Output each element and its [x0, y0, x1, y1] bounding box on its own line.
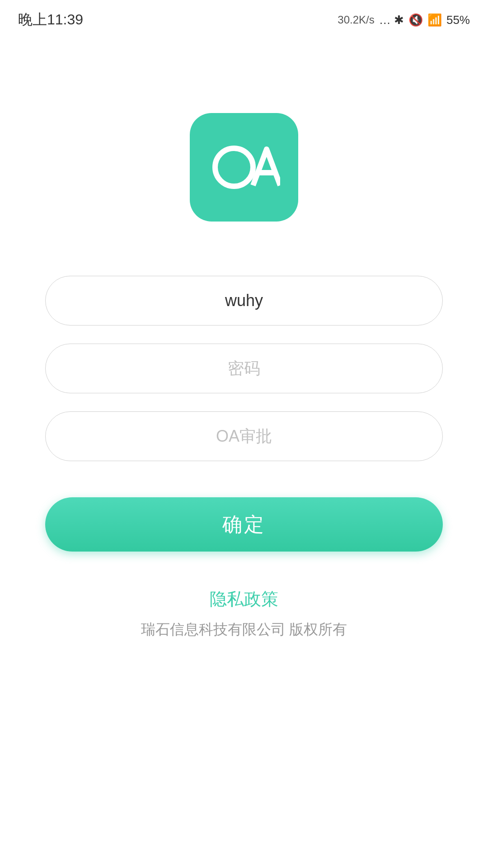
password-input[interactable] [45, 344, 443, 393]
status-time: 晚上11:39 [18, 10, 83, 30]
login-form [45, 276, 443, 461]
battery-indicator: 55% [446, 13, 470, 27]
confirm-button[interactable]: 确定 [45, 497, 443, 552]
network-speed: 30.2K/s [338, 14, 374, 26]
wifi-icon: 📶 [427, 13, 442, 27]
app-logo-svg [208, 140, 280, 194]
status-right-icons: 30.2K/s … ✱ 🔇 📶 55% [338, 13, 470, 27]
app-logo [190, 113, 298, 222]
status-bar: 晚上11:39 30.2K/s … ✱ 🔇 📶 55% [0, 0, 488, 32]
copyright-text: 瑞石信息科技有限公司 版权所有 [141, 620, 347, 640]
bluetooth-icon: … ✱ [379, 13, 404, 27]
mute-icon: 🔇 [408, 13, 423, 27]
tenant-input[interactable] [45, 411, 443, 461]
privacy-policy-link[interactable]: 隐私政策 [210, 588, 278, 611]
svg-point-0 [215, 148, 253, 186]
main-content: 确定 隐私政策 瑞石信息科技有限公司 版权所有 [0, 32, 488, 640]
username-input[interactable] [45, 276, 443, 326]
footer-section: 隐私政策 瑞石信息科技有限公司 版权所有 [141, 588, 347, 640]
